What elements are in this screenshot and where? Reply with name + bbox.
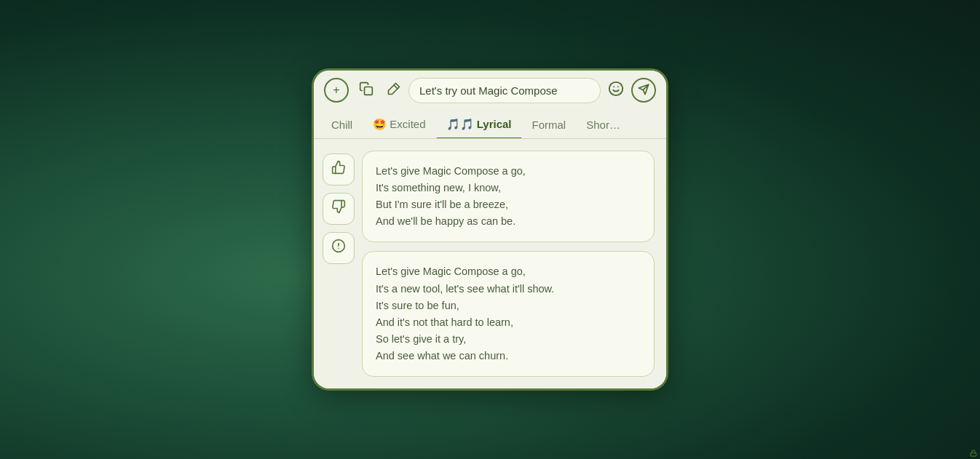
message-bubble-2: Let's give Magic Compose a go, It's a ne…	[362, 251, 655, 377]
compose-input[interactable]	[408, 78, 601, 103]
thumbs-down-icon	[331, 199, 346, 217]
info-icon	[331, 239, 346, 257]
magic-edit-button[interactable]	[384, 79, 404, 103]
thumbs-up-icon	[331, 160, 346, 178]
add-button[interactable]: +	[324, 78, 349, 103]
toolbar-icons: +	[324, 78, 404, 103]
send-button[interactable]	[631, 78, 656, 103]
content-area: Let's give Magic Compose a go, It's some…	[314, 139, 666, 389]
svg-point-1	[609, 81, 623, 95]
emoji-button[interactable]	[605, 78, 627, 103]
message-bubble-1: Let's give Magic Compose a go, It's some…	[362, 151, 655, 243]
thumbs-down-button[interactable]	[323, 193, 355, 225]
tab-chill[interactable]: Chill	[321, 111, 363, 138]
tab-short[interactable]: Shor…	[576, 111, 631, 138]
emoji-icon	[608, 81, 624, 100]
tab-chill-label: Chill	[331, 119, 352, 131]
message-1-text: Let's give Magic Compose a go, It's some…	[376, 163, 641, 231]
side-actions	[323, 151, 355, 378]
tab-formal-label: Formal	[532, 119, 566, 131]
message-2-text: Let's give Magic Compose a go, It's a ne…	[376, 263, 641, 364]
tab-lyrical-label: 🎵🎵 Lyrical	[446, 118, 512, 130]
tab-formal[interactable]: Formal	[522, 111, 577, 138]
copy-button[interactable]	[356, 79, 376, 103]
send-icon	[638, 84, 649, 97]
thumbs-up-button[interactable]	[323, 153, 355, 185]
messages-column: Let's give Magic Compose a go, It's some…	[362, 151, 655, 378]
tab-short-label: Shor…	[586, 119, 620, 131]
tab-excited-label: 🤩 Excited	[373, 118, 425, 130]
magic-edit-icon	[387, 81, 401, 100]
copy-icon	[359, 81, 374, 100]
compose-panel: +	[312, 68, 668, 391]
tabs-bar: Chill 🤩 Excited 🎵🎵 Lyrical Formal Shor…	[314, 111, 666, 139]
toolbar: +	[314, 71, 666, 111]
svg-rect-0	[365, 87, 373, 95]
tab-excited[interactable]: 🤩 Excited	[363, 111, 435, 138]
tab-lyrical[interactable]: 🎵🎵 Lyrical	[436, 111, 522, 138]
add-icon: +	[333, 84, 339, 97]
info-button[interactable]	[323, 232, 355, 264]
